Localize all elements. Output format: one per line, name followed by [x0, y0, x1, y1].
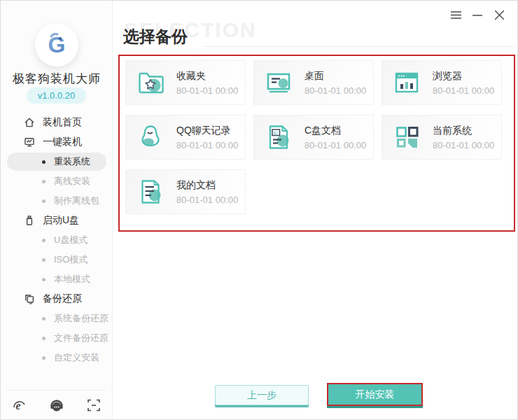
bullet-icon: [42, 160, 46, 164]
sidebar-item-label: 文件备份还原: [54, 332, 108, 344]
sidebar-item-boot-usb[interactable]: 启动U盘: [1, 211, 113, 230]
sidebar-item-label: 重装系统: [54, 155, 90, 168]
card-date: 80-01-01 00:00: [304, 85, 366, 96]
sidebar-footer: e: [10, 397, 102, 414]
backup-card-current-system[interactable]: 当前系统 80-01-01 00:00: [382, 115, 502, 160]
sidebar-item-label: 自定义安装: [54, 351, 99, 364]
card-title: QQ聊天记录: [176, 125, 238, 137]
home-icon: [24, 117, 35, 128]
svg-text:c:: c:: [274, 130, 278, 135]
bullet-icon: [42, 337, 46, 340]
card-title: 桌面: [304, 70, 366, 83]
sidebar-menu: 装机首页 一键装机 重装系统 离线安装 制作离线包 启动U盘 U盘模式 ISO: [1, 113, 113, 368]
sidebar-item-iso-mode[interactable]: ISO模式: [1, 250, 113, 270]
restore-icon: [24, 293, 35, 304]
sidebar-item-label: 装机首页: [43, 116, 82, 129]
card-text: QQ聊天记录 80-01-01 00:00: [176, 125, 238, 150]
card-title: C盘文档: [304, 125, 366, 137]
card-title: 当前系统: [433, 125, 494, 137]
backup-card-favorites[interactable]: 收藏夹 80-01-01 00:00: [125, 60, 246, 105]
card-text: C盘文档 80-01-01 00:00: [304, 125, 366, 150]
backup-card-c-drive-docs[interactable]: c: C盘文档 80-01-01 00:00: [253, 115, 374, 160]
current-system-icon: [391, 122, 422, 153]
sidebar-item-backup-restore[interactable]: 备份还原: [1, 289, 113, 309]
card-date: 80-01-01 00:00: [433, 140, 494, 150]
monitor-icon: [24, 136, 35, 148]
sidebar-item-system-backup-restore[interactable]: 系统备份还原: [1, 309, 113, 328]
sidebar-item-label: 本地模式: [54, 273, 90, 286]
previous-step-button[interactable]: 上一步: [215, 385, 309, 405]
bullet-icon: [42, 258, 46, 262]
card-title: 收藏夹: [176, 70, 238, 83]
sidebar-item-label: 备份还原: [43, 293, 82, 305]
card-date: 80-01-01 00:00: [433, 85, 494, 96]
sidebar-item-local-mode[interactable]: 本地模式: [1, 270, 113, 289]
sidebar-item-label: U盘模式: [54, 234, 88, 246]
app-name: 极客狗装机大师: [1, 71, 113, 87]
sidebar-item-file-backup-restore[interactable]: 文件备份还原: [1, 328, 113, 348]
card-text: 收藏夹 80-01-01 00:00: [176, 70, 238, 96]
sidebar-item-one-key-install[interactable]: 一键装机: [1, 132, 113, 152]
page-title: 选择备份: [123, 26, 188, 48]
card-date: 80-01-01 00:00: [176, 195, 238, 205]
window-controls: [450, 10, 505, 20]
sidebar-item-custom-install[interactable]: 自定义安装: [1, 348, 113, 368]
c-drive-doc-icon: c:: [263, 122, 294, 153]
menu-icon[interactable]: [450, 10, 461, 20]
sidebar-item-label: ISO模式: [54, 253, 88, 266]
sidebar-item-label: 系统备份还原: [54, 312, 108, 325]
customer-service-icon[interactable]: [48, 397, 65, 414]
close-icon[interactable]: [493, 10, 505, 20]
sidebar-item-make-offline-pack[interactable]: 制作离线包: [1, 191, 113, 211]
backup-cards-grid: 收藏夹 80-01-01 00:00 桌面 80-01-01 00:00: [125, 60, 510, 214]
sidebar-item-offline-install[interactable]: 离线安装: [1, 172, 113, 191]
sidebar-item-label: 离线安装: [54, 175, 90, 188]
card-title: 浏览器: [433, 70, 494, 83]
dog-g-logo-icon: G: [41, 29, 72, 60]
my-documents-icon: [135, 176, 166, 207]
backup-card-my-documents[interactable]: 我的文档 80-01-01 00:00: [125, 169, 246, 214]
bullet-icon: [42, 239, 46, 242]
version-badge: v1.0.0.20: [27, 88, 87, 104]
sidebar-item-label: 一键装机: [43, 136, 82, 148]
svg-text:e: e: [15, 400, 20, 412]
scan-icon[interactable]: [85, 397, 102, 414]
sidebar-footer-divider: [6, 390, 106, 391]
sidebar-item-home[interactable]: 装机首页: [1, 113, 113, 132]
sidebar: G 极客狗装机大师 v1.0.0.20 装机首页 一键装机 重装系统 离线安装 …: [1, 1, 113, 420]
usb-icon: [24, 215, 35, 226]
sidebar-item-label: 制作离线包: [54, 195, 99, 207]
bullet-icon: [42, 200, 46, 203]
start-install-highlight: 开始安装: [327, 383, 423, 406]
sidebar-item-usb-mode[interactable]: U盘模式: [1, 230, 113, 250]
bullet-icon: [42, 356, 46, 360]
backup-card-qq-history[interactable]: QQ聊天记录 80-01-01 00:00: [125, 115, 246, 160]
bullet-icon: [42, 317, 46, 321]
ie-browser-icon[interactable]: e: [10, 397, 27, 414]
sidebar-item-reinstall-system[interactable]: 重装系统: [7, 153, 106, 171]
browser-icon: [391, 67, 422, 98]
card-text: 当前系统 80-01-01 00:00: [433, 125, 494, 150]
start-install-button[interactable]: 开始安装: [328, 384, 421, 405]
backup-card-desktop[interactable]: 桌面 80-01-01 00:00: [253, 60, 374, 105]
bullet-icon: [42, 278, 46, 281]
qq-icon: [135, 122, 166, 153]
backup-card-browser[interactable]: 浏览器 80-01-01 00:00: [382, 60, 502, 105]
sidebar-item-label: 启动U盘: [43, 214, 79, 227]
card-text: 桌面 80-01-01 00:00: [304, 70, 366, 96]
card-text: 我的文档 80-01-01 00:00: [176, 179, 238, 205]
card-text: 浏览器 80-01-01 00:00: [433, 70, 494, 96]
main-content: SELECTION 选择备份 收藏夹 80-01-01 00:00: [113, 1, 517, 419]
minimize-icon[interactable]: [472, 10, 483, 20]
card-title: 我的文档: [176, 179, 238, 192]
card-date: 80-01-01 00:00: [176, 85, 238, 96]
card-date: 80-01-01 00:00: [304, 140, 366, 150]
title-underline: [204, 46, 515, 47]
favorites-folder-icon: [135, 67, 166, 98]
card-date: 80-01-01 00:00: [176, 140, 238, 150]
desktop-icon: [263, 67, 294, 98]
app-logo: G: [35, 23, 78, 66]
bullet-icon: [42, 180, 46, 183]
